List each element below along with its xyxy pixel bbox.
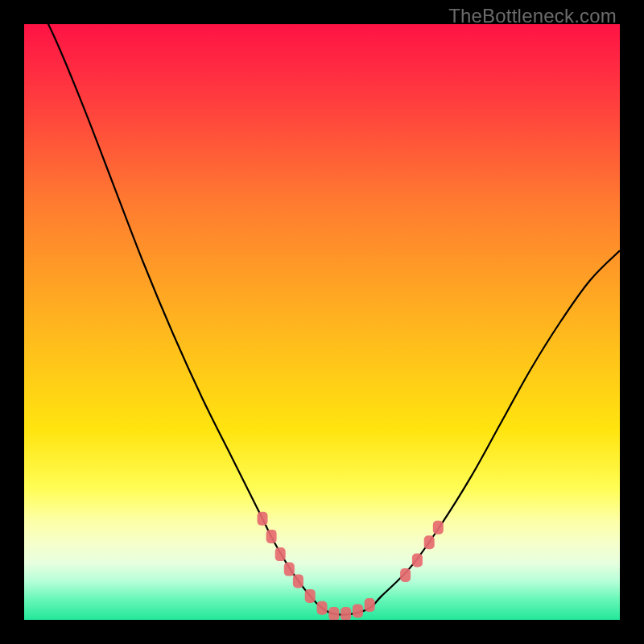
curve-markers [258, 512, 444, 620]
curve-marker [258, 512, 268, 526]
curve-marker [353, 604, 363, 617]
curve-marker [424, 535, 435, 549]
curve-marker [400, 568, 411, 582]
curve-marker [341, 607, 351, 620]
curve-marker [412, 554, 423, 568]
curve-marker [433, 521, 444, 535]
curve-marker [328, 607, 339, 620]
plot-area [24, 24, 620, 620]
curve-marker [266, 530, 277, 543]
curve-marker [317, 601, 328, 615]
curve-marker [305, 589, 316, 603]
curve-marker [275, 547, 286, 561]
bottleneck-curve [24, 24, 620, 615]
curve-marker [293, 574, 303, 588]
curve-marker [365, 598, 375, 612]
watermark-text: TheBottleneck.com [448, 5, 617, 27]
curve-marker [284, 563, 295, 576]
curve-layer [24, 24, 620, 620]
chart-frame: TheBottleneck.com [0, 0, 644, 644]
